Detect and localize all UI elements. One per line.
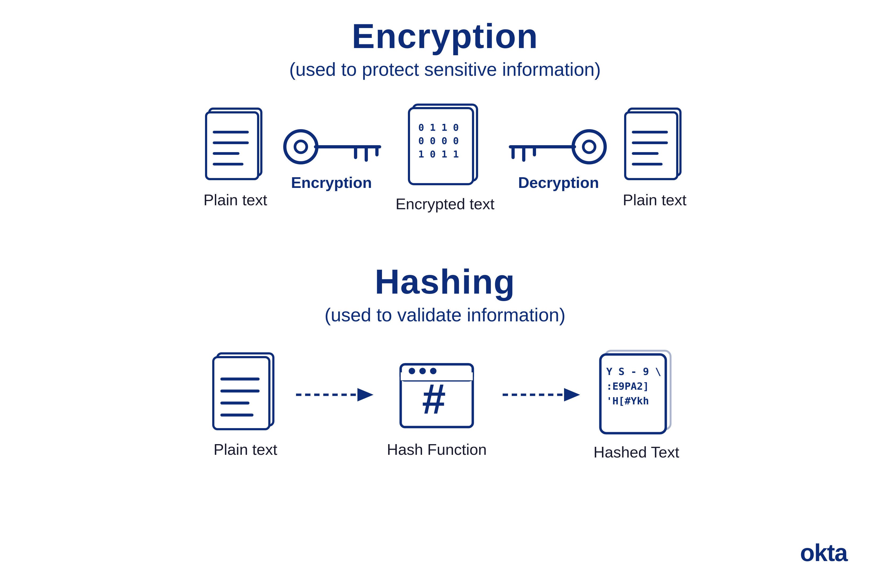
hashing-plaintext-doc-icon [211,350,280,432]
svg-text:0  0  0  0: 0 0 0 0 [418,135,459,146]
svg-text:0  1  1  0: 0 1 1 0 [418,122,459,133]
encryption-key-icon [281,123,382,171]
encryption-key-label: Encryption [291,174,372,191]
decryption-key-icon [508,123,609,171]
svg-text:#: # [422,375,446,423]
decryption-key-label: Decryption [518,174,599,191]
svg-rect-24 [625,112,677,179]
okta-logo: okta [800,539,847,567]
svg-point-18 [583,141,595,153]
section-divider [64,234,827,235]
encryption-flow-row: Plain text Encryption [21,101,869,213]
hash-function-icon: # [398,350,476,432]
encryption-plaintext-label: Plain text [203,191,267,209]
page-container: Encryption (used to protect sensitive in… [0,0,890,588]
hash-function-item: # Hash Function [387,350,487,458]
hashing-flow-row: Plain text [21,347,869,461]
svg-text::E9PA2]: :E9PA2] [606,380,649,392]
hashed-text-icon: Y S - 9 \ :E9PA2] 'H[#Ykh [598,347,675,435]
svg-point-40 [409,368,415,374]
hashing-plaintext-item: Plain text [211,350,280,458]
svg-point-6 [285,131,317,163]
encryption-ciphertext-item: 0 1 1 0 0 0 0 0 1 0 1 1 Encrypted text [396,101,495,213]
encryption-key-connector: Encryption [276,123,387,191]
decryption-doc-icon [623,105,687,183]
svg-point-17 [573,131,605,163]
encryption-section: Encryption (used to protect sensitive in… [21,16,869,218]
encryption-ciphertext-label: Encrypted text [396,195,495,213]
encryption-subtitle: (used to protect sensitive information) [289,59,600,80]
svg-marker-36 [357,388,374,401]
encryption-plaintext-item: Plain text [203,105,267,209]
decryption-key-connector: Decryption [503,123,614,191]
svg-text:Y S - 9 \: Y S - 9 \ [606,366,661,377]
svg-point-7 [295,141,307,153]
hash-arrow-1 [293,384,374,424]
encryption-title: Encryption [352,16,539,56]
svg-marker-45 [564,388,580,401]
hashed-text-item: Y S - 9 \ :E9PA2] 'H[#Ykh Hashed Text [593,347,679,461]
hashing-subtitle: (used to validate information) [324,304,566,326]
svg-point-42 [430,368,437,374]
hashed-text-label: Hashed Text [593,443,679,461]
svg-rect-30 [213,357,269,429]
svg-rect-1 [206,112,258,179]
ciphertext-doc-icon: 0 1 1 0 0 0 0 0 1 0 1 1 [406,101,484,187]
hashing-title: Hashing [375,262,515,302]
plaintext-doc-icon [203,105,267,183]
hash-arrow-2 [500,384,580,424]
svg-point-41 [419,368,426,374]
hashing-plaintext-label: Plain text [213,440,278,458]
hashing-section: Hashing (used to validate information) P… [21,262,869,466]
svg-text:1  0  1  1: 1 0 1 1 [418,148,459,160]
decryption-plaintext-label: Plain text [623,191,687,209]
hash-function-label: Hash Function [387,440,487,458]
decryption-plaintext-item: Plain text [623,105,687,209]
svg-text:'H[#Ykh: 'H[#Ykh [606,395,649,407]
